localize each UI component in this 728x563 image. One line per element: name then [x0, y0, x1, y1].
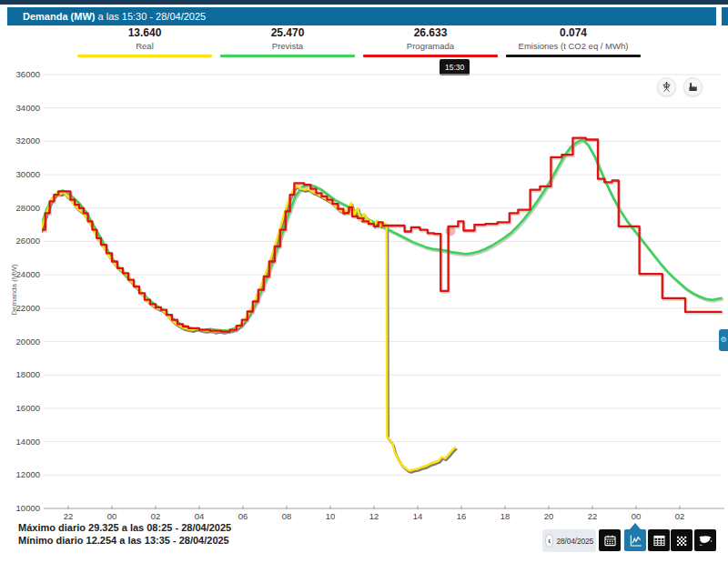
series-shadow-prevista — [42, 141, 723, 332]
x-tick-label: 06 — [238, 511, 248, 521]
y-tick-label: 14000 — [16, 437, 40, 447]
calendar-button[interactable] — [599, 529, 621, 551]
x-tick-label: 10 — [326, 511, 336, 521]
legend-value: 0.074 — [506, 26, 641, 39]
y-tick-label: 22000 — [16, 303, 40, 313]
legend-item-real: 13.640Real — [77, 26, 212, 57]
ree-demand-app: Demanda (MW) a las 15:30 - 28/04/2025 13… — [0, 0, 728, 563]
current-date[interactable]: 28/04/2025 — [556, 537, 593, 546]
legend: 13.640Real25.470Prevista26.633Programada… — [77, 26, 642, 57]
top-nav-bar — [0, 0, 728, 5]
legend-item-emisiones: 0.074Emisiones (t CO2 eq / MWh) — [506, 26, 641, 57]
legend-item-programada: 26.633Programada — [363, 26, 498, 57]
legend-value: 13.640 — [77, 26, 212, 39]
y-tick-label: 28000 — [16, 203, 40, 213]
side-panel-toggle[interactable]: ⚙ — [719, 329, 728, 351]
x-tick-label: 22 — [588, 511, 598, 521]
legend-label: Prevista — [220, 41, 355, 51]
spain-map-view-button[interactable] — [694, 529, 716, 551]
legend-value: 25.470 — [220, 26, 355, 39]
x-tick-label: 14 — [413, 511, 423, 521]
table-icon — [651, 532, 668, 549]
x-tick-label: 02 — [675, 511, 685, 521]
x-tick-label: 08 — [282, 511, 292, 521]
y-tick-label: 16000 — [16, 403, 40, 413]
daily-min-text: Mínimo diario 12.254 a las 13:35 - 28/04… — [18, 535, 229, 546]
y-tick-label: 20000 — [16, 337, 40, 347]
legend-label: Emisiones (t CO2 eq / MWh) — [506, 41, 641, 51]
demand-chart[interactable]: 2200020406081012141618202200021000012000… — [0, 55, 728, 528]
y-tick-label: 32000 — [16, 136, 40, 146]
panel-title: Demanda (MW) — [23, 11, 95, 22]
line-chart-icon — [627, 532, 644, 549]
y-tick-label: 26000 — [16, 236, 40, 246]
calendar-icon — [602, 532, 619, 549]
series-prevista — [41, 140, 722, 331]
spain-map-icon — [697, 532, 714, 549]
series-shadow-programada — [42, 139, 723, 333]
daily-max-text: Máximo diario 29.325 a las 08:25 - 28/04… — [18, 522, 231, 533]
x-tick-label: 22 — [64, 511, 74, 521]
x-tick-label: 18 — [500, 511, 511, 521]
date-navigator: ‹ 28/04/2025 — [542, 529, 596, 552]
highlighted-point — [446, 226, 456, 236]
mosaic-view-button[interactable] — [671, 529, 693, 551]
x-tick-label: 20 — [544, 511, 554, 521]
x-tick-label: 12 — [369, 511, 379, 521]
mosaic-grid-icon — [673, 532, 691, 549]
legend-item-prevista: 25.470Prevista — [220, 26, 355, 57]
x-tick-label: 00 — [107, 511, 117, 521]
legend-value: 26.633 — [363, 26, 498, 39]
series-programada — [41, 138, 722, 332]
y-tick-label: 34000 — [16, 103, 40, 113]
series-real — [41, 186, 455, 471]
x-tick-label: 16 — [457, 511, 467, 521]
x-tick-label: 04 — [195, 511, 205, 521]
y-tick-label: 18000 — [16, 369, 40, 379]
x-tick-label: 02 — [151, 511, 161, 521]
active-view-notch — [630, 523, 641, 529]
y-tick-label: 10000 — [16, 503, 40, 513]
y-tick-label: 12000 — [16, 469, 40, 479]
chart-view-button[interactable] — [624, 529, 646, 551]
series-shadow-real — [42, 187, 456, 472]
panel-subtitle: a las 15:30 - 28/04/2025 — [95, 11, 206, 22]
previous-day-button[interactable]: ‹ — [545, 534, 553, 548]
y-tick-label: 24000 — [16, 269, 40, 279]
series-group — [41, 138, 723, 473]
adjacent-panel-header — [722, 7, 728, 25]
y-tick-label: 36000 — [16, 69, 40, 79]
panel-header: Demanda (MW) a las 15:30 - 28/04/2025 — [7, 7, 716, 25]
table-view-button[interactable] — [648, 529, 670, 551]
legend-label: Programada — [363, 41, 498, 51]
x-tick-label: 00 — [632, 511, 642, 521]
legend-label: Real — [77, 41, 212, 51]
y-tick-label: 30000 — [16, 169, 40, 179]
y-axis-title: Demanda (MW) — [10, 245, 18, 336]
